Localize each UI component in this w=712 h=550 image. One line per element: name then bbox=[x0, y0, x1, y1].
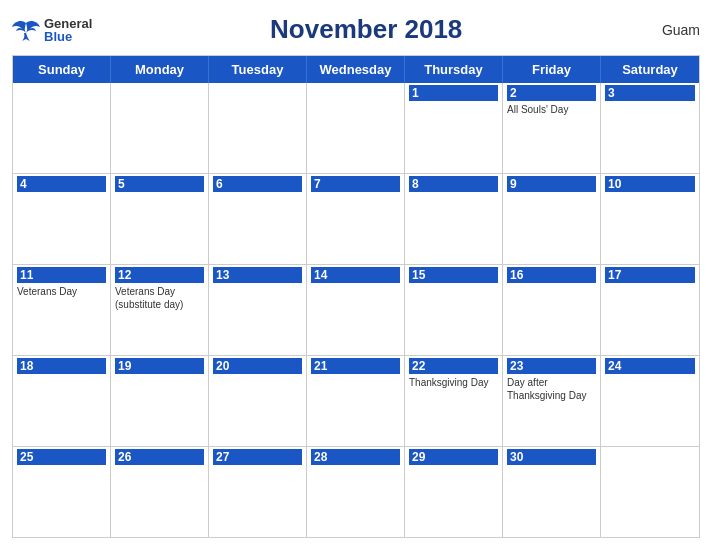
calendar-cell: 2All Souls' Day bbox=[503, 83, 601, 173]
page-title: November 2018 bbox=[92, 14, 640, 45]
logo: General Blue bbox=[12, 17, 92, 43]
date-number: 4 bbox=[17, 176, 106, 192]
calendar-body: 12All Souls' Day34567891011Veterans Day1… bbox=[13, 83, 699, 537]
date-number: 18 bbox=[17, 358, 106, 374]
weekday-header-monday: Monday bbox=[111, 56, 209, 83]
calendar-cell: 16 bbox=[503, 265, 601, 355]
date-number: 22 bbox=[409, 358, 498, 374]
logo-blue: Blue bbox=[44, 30, 92, 43]
date-number: 23 bbox=[507, 358, 596, 374]
calendar-event: All Souls' Day bbox=[507, 103, 596, 116]
calendar-cell: 30 bbox=[503, 447, 601, 537]
calendar-event: Veterans Day (substitute day) bbox=[115, 285, 204, 311]
calendar-cell bbox=[209, 83, 307, 173]
calendar-cell: 14 bbox=[307, 265, 405, 355]
calendar-cell: 4 bbox=[13, 174, 111, 264]
calendar: SundayMondayTuesdayWednesdayThursdayFrid… bbox=[12, 55, 700, 538]
calendar-cell bbox=[307, 83, 405, 173]
date-number: 26 bbox=[115, 449, 204, 465]
date-number: 20 bbox=[213, 358, 302, 374]
calendar-cell: 23Day after Thanksgiving Day bbox=[503, 356, 601, 446]
date-number: 3 bbox=[605, 85, 695, 101]
region-label: Guam bbox=[640, 22, 700, 38]
calendar-cell: 28 bbox=[307, 447, 405, 537]
calendar-week-5: 252627282930 bbox=[13, 447, 699, 537]
calendar-cell: 10 bbox=[601, 174, 699, 264]
calendar-cell: 21 bbox=[307, 356, 405, 446]
date-number: 5 bbox=[115, 176, 204, 192]
calendar-cell bbox=[111, 83, 209, 173]
date-number: 6 bbox=[213, 176, 302, 192]
calendar-cell: 17 bbox=[601, 265, 699, 355]
date-number: 13 bbox=[213, 267, 302, 283]
date-number: 15 bbox=[409, 267, 498, 283]
calendar-week-3: 11Veterans Day12Veterans Day (substitute… bbox=[13, 265, 699, 356]
page-header: General Blue November 2018 Guam bbox=[12, 10, 700, 49]
calendar-cell bbox=[13, 83, 111, 173]
date-number: 10 bbox=[605, 176, 695, 192]
weekday-header-saturday: Saturday bbox=[601, 56, 699, 83]
logo-general: General bbox=[44, 17, 92, 30]
date-number: 28 bbox=[311, 449, 400, 465]
weekday-header-thursday: Thursday bbox=[405, 56, 503, 83]
calendar-cell: 3 bbox=[601, 83, 699, 173]
date-number: 21 bbox=[311, 358, 400, 374]
date-number: 30 bbox=[507, 449, 596, 465]
calendar-cell: 11Veterans Day bbox=[13, 265, 111, 355]
calendar-cell: 26 bbox=[111, 447, 209, 537]
calendar-cell: 20 bbox=[209, 356, 307, 446]
date-number: 9 bbox=[507, 176, 596, 192]
date-number: 1 bbox=[409, 85, 498, 101]
calendar-cell: 9 bbox=[503, 174, 601, 264]
calendar-cell: 7 bbox=[307, 174, 405, 264]
date-number: 7 bbox=[311, 176, 400, 192]
calendar-cell: 29 bbox=[405, 447, 503, 537]
date-number: 16 bbox=[507, 267, 596, 283]
date-number: 2 bbox=[507, 85, 596, 101]
calendar-week-4: 1819202122Thanksgiving Day23Day after Th… bbox=[13, 356, 699, 447]
date-number: 8 bbox=[409, 176, 498, 192]
calendar-cell: 27 bbox=[209, 447, 307, 537]
logo-text: General Blue bbox=[44, 17, 92, 43]
calendar-cell: 1 bbox=[405, 83, 503, 173]
date-number: 27 bbox=[213, 449, 302, 465]
weekday-header-friday: Friday bbox=[503, 56, 601, 83]
calendar-event: Veterans Day bbox=[17, 285, 106, 298]
weekday-header-tuesday: Tuesday bbox=[209, 56, 307, 83]
date-number: 12 bbox=[115, 267, 204, 283]
calendar-cell: 18 bbox=[13, 356, 111, 446]
calendar-cell: 24 bbox=[601, 356, 699, 446]
date-number: 25 bbox=[17, 449, 106, 465]
calendar-week-2: 45678910 bbox=[13, 174, 699, 265]
weekday-header-sunday: Sunday bbox=[13, 56, 111, 83]
logo-bird-icon bbox=[12, 19, 40, 41]
date-number: 14 bbox=[311, 267, 400, 283]
calendar-page: General Blue November 2018 Guam SundayMo… bbox=[0, 0, 712, 550]
calendar-event: Thanksgiving Day bbox=[409, 376, 498, 389]
weekday-header-wednesday: Wednesday bbox=[307, 56, 405, 83]
calendar-event: Day after Thanksgiving Day bbox=[507, 376, 596, 402]
date-number: 11 bbox=[17, 267, 106, 283]
calendar-cell: 25 bbox=[13, 447, 111, 537]
date-number: 19 bbox=[115, 358, 204, 374]
calendar-cell: 8 bbox=[405, 174, 503, 264]
calendar-cell: 19 bbox=[111, 356, 209, 446]
calendar-cell: 6 bbox=[209, 174, 307, 264]
date-number: 29 bbox=[409, 449, 498, 465]
calendar-week-1: 12All Souls' Day3 bbox=[13, 83, 699, 174]
calendar-cell: 12Veterans Day (substitute day) bbox=[111, 265, 209, 355]
calendar-cell: 13 bbox=[209, 265, 307, 355]
calendar-cell: 15 bbox=[405, 265, 503, 355]
date-number: 17 bbox=[605, 267, 695, 283]
date-number: 24 bbox=[605, 358, 695, 374]
calendar-cell bbox=[601, 447, 699, 537]
calendar-cell: 5 bbox=[111, 174, 209, 264]
calendar-cell: 22Thanksgiving Day bbox=[405, 356, 503, 446]
weekday-header-row: SundayMondayTuesdayWednesdayThursdayFrid… bbox=[13, 56, 699, 83]
